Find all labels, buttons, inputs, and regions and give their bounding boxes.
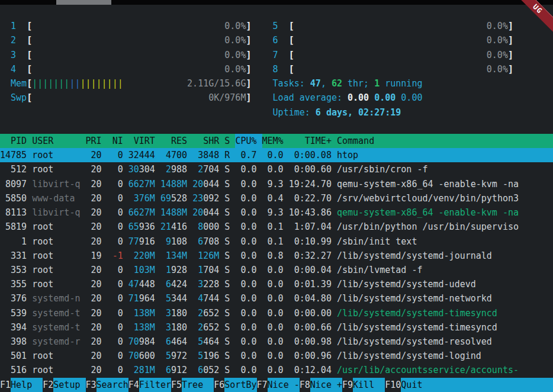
column-header-mem[interactable]: MEM% xyxy=(262,134,289,148)
column-header-pri[interactable]: PRI xyxy=(86,134,107,148)
process-row[interactable]: 8097 libvirt-q 20 0 6627M 1488M 20044 S … xyxy=(0,177,553,191)
f9-key-label: F9 xyxy=(342,378,353,392)
process-row[interactable]: 398 systemd-r 20 0 70984 6464 5464 S 0.0… xyxy=(0,335,553,349)
fn-f8-nice[interactable]: F8Nice + xyxy=(300,378,342,392)
memory-meter: Mem[||||||||||||||||| 2.11G/15.6G] xyxy=(0,76,251,91)
process-row[interactable]: 501 root 20 0 70600 5972 5196 S 0.0 0.0 … xyxy=(0,349,553,363)
fn-button-label: SortBy xyxy=(224,378,256,392)
column-header-command[interactable]: Command xyxy=(337,134,374,148)
fn-f9-kill[interactable]: F9Kill xyxy=(342,378,385,392)
fn-f4-filter[interactable]: F4Filter xyxy=(128,378,171,392)
column-header-pid[interactable]: PID xyxy=(0,134,32,148)
cell-pid: 353 xyxy=(0,263,27,277)
cell-cpu: 0.0 xyxy=(235,263,256,277)
process-row[interactable]: 394 systemd-t 20 0 138M 3180 2652 S 0.0 … xyxy=(0,320,553,335)
cell-cpu: 0.0 xyxy=(235,162,256,176)
fn-f5-tree[interactable]: F5Tree xyxy=(171,378,214,392)
column-header-s[interactable]: S xyxy=(224,134,235,148)
cell-state: S xyxy=(224,162,230,176)
cell-pri: 20 xyxy=(86,335,102,349)
cell-time: 0:00.66 xyxy=(289,320,332,335)
process-row[interactable]: 5850 www-data 20 0 376M 69528 23092 S 0.… xyxy=(0,191,553,205)
cell-time: 10:43.86 xyxy=(289,205,332,220)
column-header-res[interactable]: RES xyxy=(160,134,192,148)
cell-user: root xyxy=(32,249,80,263)
window-top-strip xyxy=(0,0,553,5)
cell-cpu: 0.0 xyxy=(235,277,256,291)
cpu-meter-row: 2 [ 0.0%] 6 [ 0.0%] xyxy=(0,33,553,47)
cell-time: 0:00.00 xyxy=(289,306,332,320)
blank-line xyxy=(0,120,553,134)
cell-cpu: 0.7 xyxy=(235,148,256,162)
fn-f2-setup[interactable]: F2Setup xyxy=(43,378,85,392)
cell-pri: 20 xyxy=(86,162,102,176)
fn-button-label: Setup xyxy=(53,378,85,392)
process-row[interactable]: 1 root 20 0 77916 9108 6708 S 0.0 0.1 0:… xyxy=(0,234,553,249)
cpu-meter-row: 4 [ 0.0%] 8 [ 0.0%] xyxy=(0,62,553,76)
cpu-meter-5: 5 [ 0.0%] xyxy=(262,19,513,33)
process-row[interactable]: 14785 root 20 0 32444 4700 3848 R 0.7 0.… xyxy=(0,148,553,162)
cell-ni: 0 xyxy=(107,177,123,191)
process-row[interactable]: 516 root 20 0 281M 6912 6052 S 0.0 0.0 0… xyxy=(0,363,553,377)
cell-cpu: 0.0 xyxy=(235,291,256,306)
process-row[interactable]: 5819 root 20 0 65936 21416 8000 S 0.0 0.… xyxy=(0,220,553,234)
cpu-meter-2: 2 [ 0.0%] xyxy=(0,33,251,47)
column-header-cpu[interactable]: CPU% xyxy=(235,134,262,148)
cpu-meter-7: 7 [ 0.0%] xyxy=(262,48,513,62)
cell-pid: 516 xyxy=(0,363,27,377)
process-row[interactable]: 512 root 20 0 30304 2988 2704 S 0.0 0.0 … xyxy=(0,162,553,176)
cell-time: 1:07.04 xyxy=(289,220,332,234)
fn-f3-search[interactable]: F3Search xyxy=(86,378,128,392)
cell-ni: 0 xyxy=(107,363,123,377)
process-row[interactable]: 353 root 20 0 103M 1928 1704 S 0.0 0.0 0… xyxy=(0,263,553,277)
cell-state: S xyxy=(224,263,230,277)
cell-ni: 0 xyxy=(107,162,123,176)
fn-button-label: Nice - xyxy=(268,378,300,392)
cell-command: /usr/sbin/cron -f xyxy=(337,162,428,176)
cell-time: 0:04.80 xyxy=(289,291,332,306)
column-header-virt[interactable]: VIRT xyxy=(128,134,160,148)
cell-pid: 355 xyxy=(0,277,27,291)
fn-button-label: Search xyxy=(97,378,128,392)
cell-mem: 0.1 xyxy=(262,220,284,234)
fn-f10-quit[interactable]: F10Quit xyxy=(385,378,553,392)
cell-ni: -1 xyxy=(107,249,123,263)
window-tab-indicator xyxy=(56,0,111,5)
cell-pid: 376 xyxy=(0,291,27,306)
cell-pid: 1 xyxy=(0,234,27,249)
cell-command: qemu-system-x86_64 -enable-kvm -na xyxy=(337,205,519,220)
column-header-time[interactable]: TIME+ xyxy=(289,134,337,148)
process-row[interactable]: 539 systemd-t 20 0 138M 3180 2652 S 0.0 … xyxy=(0,306,553,320)
htop-terminal: 1 [ 0.0%] 5 [ 0.0%] 2 [ 0.0%] 6 [ 0.0%] … xyxy=(0,0,553,392)
cell-command: /usr/lib/accountsservice/accounts- xyxy=(337,363,519,377)
cell-pri: 20 xyxy=(86,306,102,320)
function-bar: F1Help F2Setup F3SearchF4FilterF5Tree F6… xyxy=(0,378,553,392)
cell-pid: 14785 xyxy=(0,148,27,162)
process-row[interactable]: 376 systemd-n 20 0 71964 5344 4744 S 0.0… xyxy=(0,291,553,306)
cell-command: /sbin/lvmetad -f xyxy=(337,263,423,277)
cell-mem: 0.8 xyxy=(262,249,284,263)
cell-mem: 0.0 xyxy=(262,291,284,306)
cell-time: 0:10.99 xyxy=(289,234,332,249)
process-row[interactable]: 331 root 19 -1 220M 134M 126M S 0.0 0.8 … xyxy=(0,249,553,263)
uptime: Uptime: 6 days, 02:27:19 xyxy=(273,105,401,120)
fn-f1-help[interactable]: F1Help xyxy=(0,378,43,392)
cell-time: 0:00.08 xyxy=(289,148,332,162)
fn-f6-sortby[interactable]: F6SortBy xyxy=(214,378,256,392)
cell-mem: 9.3 xyxy=(262,205,284,220)
f5-key-label: F5 xyxy=(171,378,182,392)
cell-user: root xyxy=(32,263,80,277)
swap-load-row: Swp[ 0K/976M] Load average: 0.00 0.00 0.… xyxy=(0,91,553,105)
cpu-meter-8: 8 [ 0.0%] xyxy=(262,62,513,76)
process-row[interactable]: 355 root 20 0 47448 6424 3228 S 0.0 0.0 … xyxy=(0,277,553,291)
fn-f7-nice[interactable]: F7Nice - xyxy=(257,378,300,392)
cell-ni: 0 xyxy=(107,220,123,234)
cell-ni: 0 xyxy=(107,205,123,220)
column-header-ni[interactable]: NI xyxy=(107,134,128,148)
process-row[interactable]: 8113 libvirt-q 20 0 6627M 1488M 20044 S … xyxy=(0,205,553,220)
cell-time: 0:00.98 xyxy=(289,335,332,349)
column-header-user[interactable]: USER xyxy=(32,134,85,148)
cell-mem: 0.4 xyxy=(262,191,284,205)
column-header-shr[interactable]: SHR xyxy=(192,134,224,148)
cell-mem: 0.0 xyxy=(262,162,284,176)
